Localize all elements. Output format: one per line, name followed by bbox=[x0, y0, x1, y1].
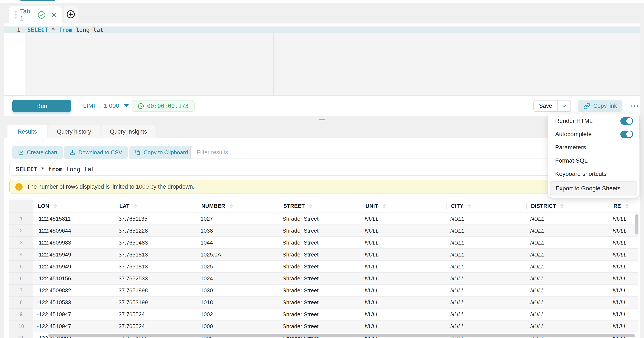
table-cell[interactable]: NULL bbox=[361, 225, 446, 237]
create-chart-button[interactable]: Create chart bbox=[12, 146, 63, 159]
sort-carets-icon[interactable] bbox=[230, 204, 233, 209]
add-tab-button[interactable] bbox=[64, 7, 78, 22]
table-cell[interactable]: NULL bbox=[608, 225, 638, 237]
table-cell[interactable]: NULL bbox=[446, 213, 526, 225]
table-cell[interactable]: NULL bbox=[446, 320, 526, 332]
autocomplete-toggle[interactable] bbox=[620, 131, 633, 138]
table-cell[interactable]: NULL bbox=[361, 308, 446, 320]
table-cell[interactable]: 1025.0A bbox=[197, 249, 279, 261]
table-cell[interactable]: 37.7651135 bbox=[115, 213, 197, 225]
table-cell[interactable]: NULL bbox=[608, 308, 638, 320]
table-cell[interactable]: NULL bbox=[361, 284, 446, 296]
sort-carets-icon[interactable] bbox=[54, 204, 57, 209]
table-cell[interactable]: NULL bbox=[446, 261, 526, 272]
sort-carets-icon[interactable] bbox=[134, 204, 137, 209]
render-html-toggle[interactable] bbox=[620, 117, 633, 125]
table-cell[interactable]: -122.4509644 bbox=[33, 225, 115, 237]
tab-close-icon[interactable] bbox=[50, 12, 57, 18]
table-cell[interactable]: -122.4510947 bbox=[33, 320, 115, 332]
table-cell[interactable]: NULL bbox=[361, 296, 446, 308]
table-cell[interactable]: NULL bbox=[361, 213, 446, 225]
table-cell[interactable]: NULL bbox=[526, 249, 609, 261]
table-cell[interactable]: NULL bbox=[361, 320, 446, 332]
column-header-number[interactable]: NUMBER bbox=[197, 200, 279, 213]
table-cell[interactable]: NULL bbox=[526, 320, 609, 332]
table-cell[interactable]: 37.7652533 bbox=[115, 272, 197, 284]
table-cell[interactable]: 1024 bbox=[197, 272, 279, 284]
table-cell[interactable]: NULL bbox=[608, 296, 638, 308]
table-cell[interactable]: 1018 bbox=[197, 296, 279, 308]
horizontal-scrollbar[interactable] bbox=[48, 334, 635, 337]
table-cell[interactable]: -122.4510947 bbox=[33, 308, 115, 320]
column-header-unit[interactable]: UNIT bbox=[361, 200, 446, 213]
tab-results[interactable]: Results bbox=[8, 125, 47, 138]
table-cell[interactable]: NULL bbox=[446, 308, 526, 320]
table-cell[interactable]: 37.7651813 bbox=[115, 261, 197, 272]
table-cell[interactable]: 37.7651813 bbox=[115, 249, 197, 261]
copy-link-button[interactable]: Copy link bbox=[578, 100, 622, 112]
table-cell[interactable]: NULL bbox=[608, 249, 638, 261]
table-cell[interactable]: NULL bbox=[526, 261, 609, 272]
table-cell[interactable]: 37.7651228 bbox=[115, 225, 197, 237]
table-cell[interactable]: -122.4515949 bbox=[33, 261, 115, 272]
editor-empty-area[interactable] bbox=[25, 33, 640, 95]
table-cell[interactable]: NULL bbox=[608, 320, 638, 332]
table-cell[interactable]: NULL bbox=[446, 296, 526, 308]
copy-clipboard-button[interactable]: Copy to Clipboard bbox=[129, 146, 194, 159]
table-cell[interactable]: 37.765524 bbox=[115, 308, 197, 320]
menu-item-render-html[interactable]: Render HTML bbox=[548, 114, 639, 128]
table-cell[interactable]: NULL bbox=[526, 237, 609, 249]
table-cell[interactable]: NULL bbox=[526, 272, 609, 284]
table-cell[interactable]: -122.4509983 bbox=[33, 237, 115, 249]
column-header-re[interactable]: RE bbox=[608, 200, 638, 213]
table-cell[interactable]: NULL bbox=[608, 284, 638, 296]
table-cell[interactable]: NULL bbox=[608, 261, 638, 272]
table-cell[interactable]: NULL bbox=[526, 296, 609, 308]
table-cell[interactable]: Shrader Street bbox=[279, 225, 361, 237]
table-cell[interactable]: NULL bbox=[361, 237, 446, 249]
table-cell[interactable]: -122.4515949 bbox=[33, 249, 115, 261]
limit-dropdown[interactable]: LIMIT: 1 000 bbox=[83, 96, 129, 116]
table-cell[interactable]: NULL bbox=[446, 225, 526, 237]
table-cell[interactable]: NULL bbox=[526, 284, 609, 296]
table-cell[interactable]: 1027 bbox=[197, 213, 279, 225]
save-button[interactable]: Save bbox=[534, 100, 557, 111]
column-header-district[interactable]: DISTRICT bbox=[526, 200, 609, 213]
table-cell[interactable]: -122.4509832 bbox=[33, 284, 115, 296]
table-cell[interactable]: 1038 bbox=[197, 225, 279, 237]
sort-carets-icon[interactable] bbox=[560, 204, 564, 209]
table-cell[interactable]: NULL bbox=[608, 213, 638, 225]
menu-item-format-sql[interactable]: Format SQL bbox=[548, 154, 639, 167]
table-cell[interactable]: Shrader Street bbox=[279, 213, 361, 225]
table-cell[interactable]: NULL bbox=[526, 308, 609, 320]
table-cell[interactable]: 37.7650483 bbox=[115, 237, 197, 249]
table-cell[interactable]: Shrader Street bbox=[279, 284, 361, 296]
column-header-street[interactable]: STREET bbox=[279, 200, 361, 213]
table-cell[interactable]: 37.765524 bbox=[115, 320, 197, 332]
tab-active[interactable]: Tab 1 bbox=[9, 6, 62, 24]
table-cell[interactable]: 37.7653199 bbox=[115, 296, 197, 308]
table-cell[interactable]: NULL bbox=[446, 249, 526, 261]
column-header-lat[interactable]: LAT bbox=[115, 200, 197, 213]
table-cell[interactable]: -122.4510533 bbox=[33, 296, 115, 308]
pane-resize-handle[interactable] bbox=[319, 119, 326, 120]
column-header-city[interactable]: CITY bbox=[446, 200, 526, 213]
table-cell[interactable]: Shrader Street bbox=[279, 249, 361, 261]
more-options-button[interactable] bbox=[627, 100, 642, 112]
sort-carets-icon[interactable] bbox=[309, 204, 312, 209]
table-cell[interactable]: Shrader Street bbox=[279, 237, 361, 249]
vertical-scrollbar[interactable] bbox=[635, 214, 638, 235]
table-cell[interactable]: 1000 bbox=[197, 320, 279, 332]
table-cell[interactable]: NULL bbox=[361, 249, 446, 261]
tab-query-insights[interactable]: Query Insights bbox=[101, 125, 156, 138]
menu-item-keyboard-shortcuts[interactable]: Keyboard shortcuts bbox=[548, 167, 639, 181]
menu-item-export-google-sheets[interactable]: Export to Google Sheets bbox=[550, 181, 637, 196]
sort-carets-icon[interactable] bbox=[382, 204, 386, 209]
table-cell[interactable]: NULL bbox=[361, 272, 446, 284]
column-header-lon[interactable]: LON bbox=[33, 200, 115, 213]
table-cell[interactable]: NULL bbox=[446, 237, 526, 249]
table-cell[interactable]: NULL bbox=[608, 237, 638, 249]
table-cell[interactable]: -122.4510156 bbox=[33, 272, 115, 284]
tab-drag-handle-icon[interactable] bbox=[15, 11, 16, 19]
code-line[interactable]: SELECT * from long_lat bbox=[27, 27, 104, 33]
